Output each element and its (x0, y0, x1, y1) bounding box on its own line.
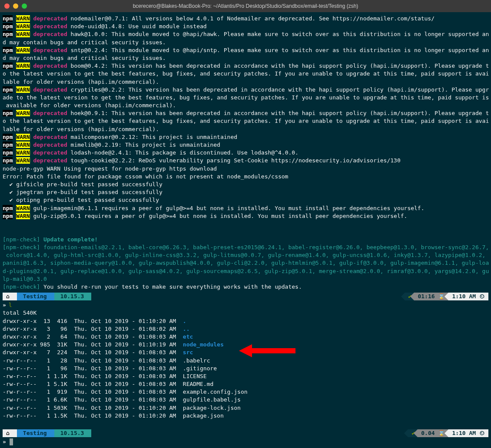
list-item: -rw-r--r-- 1 96 Thu. Oct 10 2019 - 01:08… (3, 365, 488, 372)
window-title: bcerecero@Blakes-MacBook-Pro: ~/Atlantis… (0, 3, 491, 10)
list-item: drwxr-xr-x 2 64 Thu. Oct 10 2019 - 01:08… (3, 333, 488, 341)
list-item: -rw-r--r-- 1 1.5K Thu. Oct 10 2019 - 01:… (3, 412, 488, 420)
list-item: drwxr-xr-x 3 96 Thu. Oct 10 2019 - 01:08… (3, 325, 488, 333)
cursor (10, 438, 13, 445)
prompt-bar: ⌂Testing10.15.3✔0.04 ⌛1:10 AM ⏲ (3, 429, 488, 437)
command-line[interactable]: » (3, 438, 488, 446)
list-item: -rw-r--r-- 1 6.6K Thu. Oct 10 2019 - 01:… (3, 396, 488, 404)
prompt-time: 1:10 AM ⏲ (448, 429, 488, 437)
prompt-duration: 0.04 ⌛ (418, 429, 448, 437)
prompt-duration: 01:16 ⌛ (414, 293, 448, 300)
prompt-bar: ⌂Testing10.15.3✔01:16 ⌛1:10 AM ⏲ (3, 293, 488, 300)
prompt-dir: Testing (17, 293, 54, 300)
list-item: -rw-r--r-- 1 5.1K Thu. Oct 10 2019 - 01:… (3, 380, 488, 388)
home-icon: ⌂ (3, 429, 17, 437)
list-item: -rw-r--r-- 1 919 Thu. Oct 10 2019 - 01:0… (3, 388, 488, 396)
list-item: -rw-r--r-- 1 503K Thu. Oct 10 2019 - 01:… (3, 404, 488, 412)
arrow-annotation (239, 344, 295, 357)
arrow-head-icon (239, 344, 252, 357)
prompt-version: 10.15.3 (54, 429, 92, 437)
titlebar: bcerecero@Blakes-MacBook-Pro: ~/Atlantis… (0, 0, 491, 12)
home-icon: ⌂ (3, 293, 17, 300)
command-line[interactable]: »l (3, 301, 488, 309)
prompt-version: 10.15.3 (54, 293, 92, 300)
prompt-dir: Testing (17, 429, 54, 437)
list-item: -rw-r--r-- 1 28 Thu. Oct 10 2019 - 01:08… (3, 357, 488, 365)
prompt-time: 1:10 AM ⏲ (448, 293, 488, 300)
terminal-output[interactable]: npm WARN deprecated nodemailer@0.7.1: Al… (0, 12, 491, 448)
arrow-shaft (252, 348, 295, 353)
list-item: -rw-r--r-- 1 1.1K Thu. Oct 10 2019 - 01:… (3, 372, 488, 380)
list-item: drwxr-xr-x 13 416 Thu. Oct 10 2019 - 01:… (3, 317, 488, 325)
